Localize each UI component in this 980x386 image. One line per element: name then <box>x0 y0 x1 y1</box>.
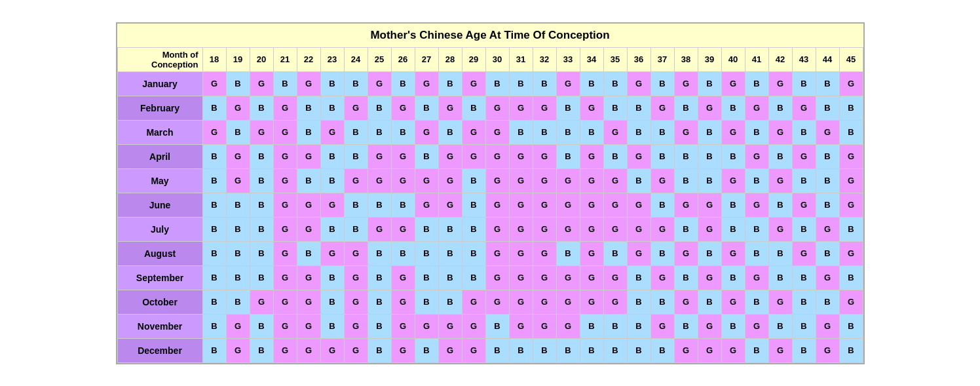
cell-april-age-18: B <box>202 144 226 168</box>
cell-july-age-29: B <box>462 217 485 241</box>
cell-may-age-22: B <box>297 168 320 193</box>
cell-june-age-33: G <box>556 193 580 217</box>
cell-may-age-24: G <box>344 168 368 193</box>
cell-april-age-31: G <box>509 144 533 168</box>
cell-august-age-44: B <box>816 241 839 265</box>
cell-november-age-23: B <box>320 314 344 338</box>
cell-october-age-31: G <box>509 290 533 314</box>
cell-june-age-21: G <box>273 193 297 217</box>
cell-july-age-28: B <box>438 217 462 241</box>
cell-april-age-40: B <box>721 144 745 168</box>
cell-july-age-32: G <box>533 217 556 241</box>
cell-december-age-42: G <box>768 338 792 362</box>
cell-december-age-23: G <box>320 338 344 362</box>
cell-april-age-28: G <box>438 144 462 168</box>
cell-may-age-27: G <box>415 168 438 193</box>
cell-july-age-30: G <box>485 217 509 241</box>
cell-july-age-34: G <box>580 217 603 241</box>
cell-january-age-30: B <box>485 71 509 96</box>
cell-december-age-40: G <box>721 338 745 362</box>
cell-september-age-36: B <box>627 265 650 290</box>
cell-december-age-24: G <box>344 338 368 362</box>
cell-september-age-19: B <box>226 265 250 290</box>
cell-june-age-44: B <box>816 193 839 217</box>
cell-april-age-30: G <box>485 144 509 168</box>
age-header-29: 29 <box>462 47 485 71</box>
age-header-18: 18 <box>202 47 226 71</box>
cell-july-age-38: B <box>674 217 698 241</box>
cell-july-age-43: B <box>792 217 816 241</box>
cell-february-age-19: G <box>226 96 250 120</box>
cell-april-age-38: B <box>674 144 698 168</box>
cell-june-age-25: B <box>368 193 391 217</box>
cell-august-age-18: B <box>202 241 226 265</box>
cell-december-age-18: B <box>202 338 226 362</box>
cell-may-age-30: G <box>485 168 509 193</box>
cell-april-age-26: G <box>391 144 415 168</box>
cell-june-age-23: G <box>320 193 344 217</box>
cell-december-age-39: G <box>698 338 721 362</box>
cell-december-age-43: B <box>792 338 816 362</box>
cell-march-age-28: B <box>438 120 462 144</box>
cell-september-age-45: B <box>839 265 863 290</box>
cell-january-age-41: B <box>745 71 768 96</box>
cell-june-age-36: G <box>627 193 650 217</box>
cell-january-age-23: B <box>320 71 344 96</box>
month-name-september: September <box>117 265 202 290</box>
cell-september-age-18: B <box>202 265 226 290</box>
cell-july-age-23: B <box>320 217 344 241</box>
cell-april-age-33: B <box>556 144 580 168</box>
cell-february-age-34: G <box>580 96 603 120</box>
cell-january-age-24: B <box>344 71 368 96</box>
cell-june-age-37: B <box>650 193 674 217</box>
cell-september-age-34: G <box>580 265 603 290</box>
cell-february-age-25: B <box>368 96 391 120</box>
cell-april-age-36: G <box>627 144 650 168</box>
month-row-march: MarchGBGGBGBBBGBGGBBBBGBBGBGBGBGB <box>117 120 863 144</box>
cell-march-age-21: G <box>273 120 297 144</box>
cell-january-age-26: B <box>391 71 415 96</box>
cell-march-age-45: B <box>839 120 863 144</box>
cell-june-age-32: G <box>533 193 556 217</box>
cell-november-age-20: B <box>250 314 273 338</box>
cell-october-age-23: B <box>320 290 344 314</box>
cell-april-age-37: B <box>650 144 674 168</box>
cell-december-age-32: B <box>533 338 556 362</box>
cell-may-age-19: G <box>226 168 250 193</box>
cell-january-age-35: B <box>603 71 627 96</box>
cell-october-age-20: G <box>250 290 273 314</box>
cell-september-age-44: G <box>816 265 839 290</box>
cell-january-age-21: B <box>273 71 297 96</box>
cell-february-age-29: B <box>462 96 485 120</box>
cell-december-age-27: B <box>415 338 438 362</box>
cell-june-age-40: B <box>721 193 745 217</box>
age-header-35: 35 <box>603 47 627 71</box>
cell-october-age-28: B <box>438 290 462 314</box>
cell-august-age-37: B <box>650 241 674 265</box>
cell-july-age-21: G <box>273 217 297 241</box>
cell-october-age-33: G <box>556 290 580 314</box>
cell-november-age-34: B <box>580 314 603 338</box>
cell-september-age-29: B <box>462 265 485 290</box>
cell-june-age-27: G <box>415 193 438 217</box>
cell-september-age-43: B <box>792 265 816 290</box>
cell-november-age-28: G <box>438 314 462 338</box>
age-header-28: 28 <box>438 47 462 71</box>
cell-june-age-45: G <box>839 193 863 217</box>
cell-july-age-36: G <box>627 217 650 241</box>
cell-march-age-31: B <box>509 120 533 144</box>
cell-june-age-34: G <box>580 193 603 217</box>
cell-november-age-24: G <box>344 314 368 338</box>
cell-september-age-21: G <box>273 265 297 290</box>
age-header-34: 34 <box>580 47 603 71</box>
cell-january-age-19: B <box>226 71 250 96</box>
cell-december-age-34: B <box>580 338 603 362</box>
cell-november-age-45: B <box>839 314 863 338</box>
cell-april-age-41: G <box>745 144 768 168</box>
cell-june-age-31: G <box>509 193 533 217</box>
cell-may-age-40: G <box>721 168 745 193</box>
age-header-25: 25 <box>368 47 391 71</box>
cell-october-age-38: G <box>674 290 698 314</box>
cell-august-age-29: B <box>462 241 485 265</box>
cell-january-age-20: G <box>250 71 273 96</box>
